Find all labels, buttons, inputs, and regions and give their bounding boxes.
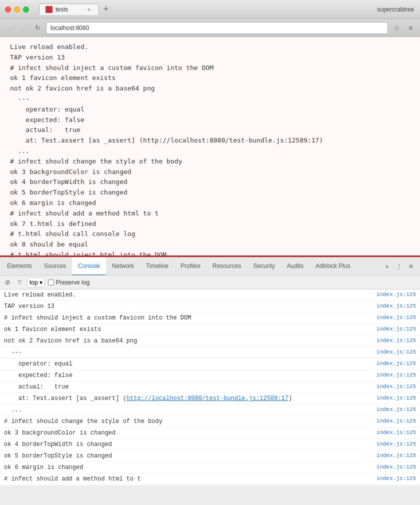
- console-row-text: ok 5 borderTopStyle is changed: [4, 452, 372, 460]
- devtools-tab-console[interactable]: Console: [72, 258, 106, 276]
- console-row-file[interactable]: index.js:125: [376, 336, 416, 344]
- forward-button[interactable]: ›: [18, 22, 29, 34]
- console-row: ok 4 borderTopWidth is changedindex.js:1…: [0, 439, 420, 450]
- devtools-tab-audits[interactable]: Audits: [281, 258, 310, 276]
- console-row-file[interactable]: index.js:125: [376, 302, 416, 309]
- console-row-file[interactable]: index.js:125: [376, 428, 416, 436]
- close-window-button[interactable]: [5, 6, 11, 12]
- new-tab-button[interactable]: +: [99, 2, 113, 16]
- devtools-tab-timeline[interactable]: Timeline: [140, 258, 174, 276]
- console-row: # infect should inject a custom favicon …: [0, 312, 420, 324]
- console-row-text: ok 6 margin is changed: [4, 463, 372, 472]
- console-row-file[interactable]: index.js:125: [376, 325, 416, 332]
- tab-title: tests: [56, 6, 68, 13]
- console-row-file[interactable]: index.js:125: [376, 406, 416, 412]
- devtools-panel: ElementsSourcesConsoleNetworkTimelinePro…: [0, 257, 420, 486]
- console-row-text: ok 4 borderTopWidth is changed: [4, 440, 372, 449]
- console-row-text: # infect should add a method html to t: [4, 474, 372, 484]
- tab-bar: tests × +: [39, 2, 410, 16]
- console-row-file[interactable]: index.js:125: [376, 452, 416, 458]
- preserve-log-text: Preserve log: [56, 279, 90, 286]
- console-row-file[interactable]: index.js:125: [376, 394, 416, 401]
- console-row: not ok 2 favicon href is a base64 pngind…: [0, 336, 420, 347]
- console-row-text: # infect should inject a custom favicon …: [4, 314, 372, 322]
- tab-favicon: [46, 6, 52, 13]
- devtools-tab-network[interactable]: Network: [106, 258, 140, 276]
- console-row-text: # infect should change the style of the …: [4, 417, 372, 426]
- console-dropdown-arrow: ▾: [40, 279, 42, 286]
- bookmark-button[interactable]: ☆: [391, 22, 402, 34]
- traffic-lights: [5, 6, 29, 12]
- console-row-link[interactable]: http://localhost:8080/test-bundle.js:125…: [126, 395, 288, 402]
- console-row-text: operator: equal: [4, 360, 372, 368]
- console-row-text: TAP version 13: [4, 302, 372, 311]
- console-row: TAP version 13index.js:125: [0, 301, 420, 312]
- console-row-file[interactable]: index.js:125: [376, 417, 416, 424]
- console-row: # infect should add a method html to tin…: [0, 474, 420, 485]
- url-text: localhost:8080: [50, 24, 89, 32]
- console-row: Live reload enabled.index.js:125: [0, 290, 420, 301]
- console-row-file[interactable]: index.js:125: [376, 371, 416, 378]
- console-row: operator: equalindex.js:125: [0, 358, 420, 370]
- console-row-file[interactable]: index.js:125: [376, 290, 416, 298]
- console-row-text: Live reload enabled.: [4, 290, 372, 300]
- console-row-file[interactable]: index.js:125: [376, 314, 416, 320]
- devtools-tab-adblock-plus[interactable]: Adblock Plus: [310, 258, 356, 276]
- console-row-file[interactable]: index.js:125: [376, 440, 416, 447]
- test-output: Live reload enabled. TAP version 13 # in…: [10, 42, 410, 257]
- back-button[interactable]: ‹: [4, 22, 15, 34]
- console-row-file[interactable]: index.js:125: [376, 463, 416, 470]
- devtools-tab-resources[interactable]: Resources: [206, 258, 247, 276]
- console-context-dropdown[interactable]: top ▾: [27, 278, 45, 288]
- url-bar[interactable]: localhost:8080: [46, 22, 388, 34]
- console-row: expected: falseindex.js:125: [0, 370, 420, 382]
- console-row-text: ok 3 backgroundColor is changed: [4, 428, 372, 438]
- maximize-window-button[interactable]: [23, 6, 29, 12]
- browser-tab[interactable]: tests ×: [39, 4, 99, 15]
- console-row-text: at: Test.assert [as _assert] (http://loc…: [4, 394, 372, 403]
- console-row-text: expected: false: [4, 371, 372, 380]
- console-row: ok 5 borderTopStyle is changedindex.js:1…: [0, 450, 420, 462]
- devtools-tab-security[interactable]: Security: [247, 258, 280, 276]
- console-row: ok 7 t.html is definedindex.js:125: [0, 485, 420, 486]
- devtools-tab-sources[interactable]: Sources: [38, 258, 72, 276]
- console-clear-button[interactable]: ⊘: [3, 278, 12, 287]
- console-row-text: actual: true: [4, 382, 372, 392]
- console-row-file[interactable]: index.js:125: [376, 348, 416, 355]
- console-row: actual: trueindex.js:125: [0, 382, 420, 393]
- console-row: ok 6 margin is changedindex.js:125: [0, 462, 420, 474]
- reload-button[interactable]: ↻: [32, 22, 43, 34]
- console-context-label: top: [30, 279, 38, 286]
- window-user-label: supercrabtree: [377, 6, 414, 13]
- console-row-file[interactable]: index.js:125: [376, 474, 416, 482]
- console-row-file[interactable]: index.js:125: [376, 382, 416, 390]
- main-content-area: Live reload enabled. TAP version 13 # in…: [0, 37, 420, 257]
- devtools-tab-actions: » ⋮ ✕: [382, 262, 419, 272]
- console-toolbar: ⊘ ▽ top ▾ Preserve log: [0, 276, 420, 290]
- devtools-more-button[interactable]: »: [382, 262, 392, 272]
- devtools-tabs: ElementsSourcesConsoleNetworkTimelinePro…: [0, 258, 420, 276]
- console-row-file[interactable]: index.js:125: [376, 360, 416, 366]
- console-row: ...index.js:125: [0, 404, 420, 416]
- console-row-text: ---: [4, 348, 372, 357]
- console-row-text: ok 1 favicon element exists: [4, 325, 372, 334]
- menu-button[interactable]: ≡: [405, 22, 416, 34]
- console-row-text: not ok 2 favicon href is a base64 png: [4, 336, 372, 346]
- console-row: ok 3 backgroundColor is changedindex.js:…: [0, 428, 420, 439]
- devtools-close-button[interactable]: ✕: [406, 262, 416, 272]
- devtools-tab-profiles[interactable]: Profiles: [174, 258, 206, 276]
- console-filter-icon: ▽: [15, 278, 24, 287]
- titlebar: tests × + supercrabtree: [0, 0, 420, 19]
- console-output[interactable]: Live reload enabled.index.js:125TAP vers…: [0, 290, 420, 486]
- tab-close-button[interactable]: ×: [86, 6, 92, 13]
- minimize-window-button[interactable]: [14, 6, 20, 12]
- devtools-settings-button[interactable]: ⋮: [394, 262, 404, 272]
- console-row-text: ...: [4, 406, 372, 414]
- console-row: # infect should change the style of the …: [0, 416, 420, 428]
- console-row: ---index.js:125: [0, 347, 420, 358]
- devtools-tab-elements[interactable]: Elements: [1, 258, 38, 276]
- preserve-log-label[interactable]: Preserve log: [48, 279, 90, 286]
- addressbar: ‹ › ↻ localhost:8080 ☆ ≡: [0, 19, 420, 37]
- console-row: ok 1 favicon element existsindex.js:125: [0, 324, 420, 336]
- preserve-log-checkbox[interactable]: [48, 280, 54, 286]
